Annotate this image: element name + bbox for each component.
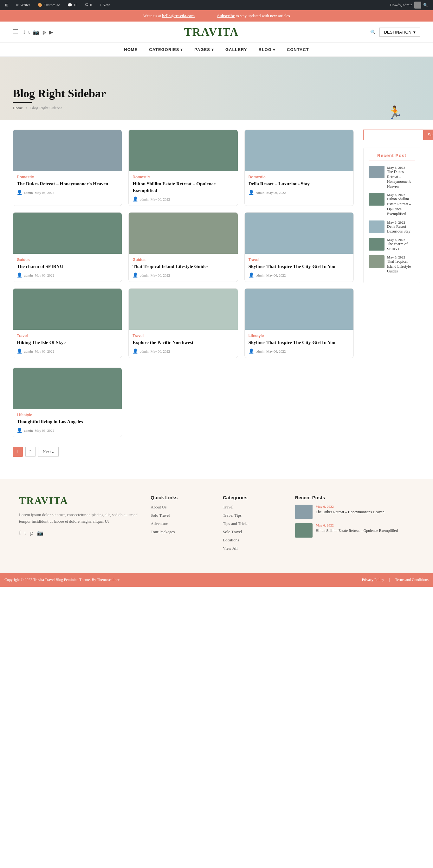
site-logo[interactable]: Travita — [184, 25, 239, 39]
footer-cat-travel-tips[interactable]: Travel Tips — [223, 513, 283, 518]
footer-instagram-icon[interactable]: 📷 — [37, 530, 44, 536]
footer-recent-thumb-2 — [295, 523, 313, 537]
destination-button[interactable]: DESTINATION ▾ — [379, 28, 420, 37]
comments-item[interactable]: 💬 10 — [66, 0, 79, 10]
admin-search-icon[interactable]: 🔍 — [423, 3, 428, 8]
footer-recent-item-1[interactable]: May 6, 2022 The Dukes Retreat – Honeymoo… — [295, 505, 414, 519]
footer-cat-tips-tricks[interactable]: Tips and Tricks — [223, 521, 283, 526]
footer-categories-list: Travel Travel Tips Tips and Tricks Solo … — [223, 505, 283, 551]
nav-blog[interactable]: BLOG ▾ — [259, 47, 276, 52]
footer-cat-view-all[interactable]: View All — [223, 546, 283, 551]
banner-email[interactable]: hello@travtia.com — [162, 13, 195, 18]
main-content: Domestic The Dukes Retreat – Honeymooner… — [0, 120, 433, 479]
card-2-meta: 👤 admin May 06, 2022 — [133, 196, 234, 202]
sidebar-search-button[interactable]: Search — [423, 130, 433, 140]
card-1-category: Domestic — [17, 175, 118, 179]
footer-recent-item-2[interactable]: May 6, 2022 Hilton Shillim Estate Retrea… — [295, 523, 414, 537]
card-5-date: May 06, 2022 — [150, 273, 170, 277]
facebook-icon[interactable]: f — [24, 29, 25, 35]
footer-categories-col: Categories Travel Travel Tips Tips and T… — [223, 495, 283, 554]
footer-recent-col: Recent Posts May 6, 2022 The Dukes Retre… — [295, 495, 414, 554]
howdy-item: Howdy, admin 🔍 — [388, 0, 430, 10]
blog-card-3[interactable]: Domestic Della Resort – Luxurious Stay 👤… — [244, 130, 354, 206]
pages-chevron-icon: ▾ — [211, 47, 214, 52]
footer-link-tour-packages[interactable]: Tour Packages — [150, 529, 210, 534]
card-1-avatar-icon: 👤 — [17, 190, 22, 195]
page-2-button[interactable]: 2 — [25, 447, 35, 457]
writer-item[interactable]: ✏ Writer — [14, 0, 32, 10]
page-next-button[interactable]: Next » — [38, 447, 59, 457]
card-6-meta: 👤 admin May 06, 2022 — [249, 273, 350, 278]
recent-info-2: May 6, 2022 Hilton Shillim Estate Retrea… — [387, 193, 415, 216]
recent-item-2[interactable]: May 6, 2022 Hilton Shillim Estate Retrea… — [369, 193, 415, 216]
card-10-date: May 06, 2022 — [35, 429, 54, 432]
banner-subscribe[interactable]: Subscribe — [218, 13, 235, 18]
footer-divider: | — [389, 578, 390, 582]
footer-terms-link[interactable]: Terms and Conditions — [395, 578, 429, 582]
site-header: ☰ f t 📷 𝕡 ▶ Travita 🔍 DESTINATION ▾ — [0, 22, 433, 43]
blog-card-8[interactable]: Travel Explore the Pacific Northwest 👤 a… — [128, 288, 238, 358]
card-10-author: admin — [24, 429, 33, 432]
instagram-icon[interactable]: 📷 — [33, 29, 39, 35]
footer-twitter-icon[interactable]: t — [24, 530, 26, 536]
footer-brand-col: Travita Lorem ipsum dolor sit amet, cons… — [19, 495, 138, 554]
customize-item[interactable]: 🎨 Customize — [36, 0, 62, 10]
footer-bottom: Copyright © 2022 Travita Travel Blog Fem… — [0, 573, 433, 587]
nav-contact[interactable]: CONTACT — [287, 47, 309, 52]
footer-facebook-icon[interactable]: f — [19, 530, 21, 536]
card-8-date: May 06, 2022 — [150, 349, 170, 353]
nav-gallery[interactable]: GALLERY — [225, 47, 247, 52]
card-10-category: Lifestyle — [17, 413, 118, 417]
recent-title-2: Hilton Shillim Estate Retreat – Opulence… — [387, 197, 415, 216]
youtube-icon[interactable]: ▶ — [49, 29, 53, 35]
blog-card-2[interactable]: Domestic Hilton Shillim Estate Retreat –… — [128, 130, 238, 206]
footer-privacy-link[interactable]: Privacy Policy — [362, 578, 384, 582]
recent-item-5[interactable]: May 6, 2022 That Tropical Island Lifesty… — [369, 255, 415, 274]
wp-icon[interactable]: ⊞ — [3, 0, 10, 10]
hamburger-icon[interactable]: ☰ — [13, 28, 19, 36]
recent-thumb-3 — [369, 220, 384, 233]
footer-recent-info-1: May 6, 2022 The Dukes Retreat – Honeymoo… — [316, 505, 384, 519]
page-1-button[interactable]: 1 — [13, 447, 23, 457]
footer-link-adventure[interactable]: Adventure — [150, 521, 210, 526]
twitter-icon[interactable]: t — [28, 29, 29, 35]
recent-info-3: May 6, 2022 Della Resort – Luxurious Sta… — [387, 220, 415, 234]
card-2-avatar-icon: 👤 — [133, 196, 138, 202]
footer-link-about[interactable]: About Us — [150, 505, 210, 510]
card-7-title: Hiking The Isle Of Skye — [17, 339, 118, 346]
page-hero-content: Blog Right Sidebar Home > Blog Right Sid… — [0, 77, 119, 120]
header-search-icon[interactable]: 🔍 — [370, 29, 376, 35]
recent-item-3[interactable]: May 6, 2022 Della Resort – Luxurious Sta… — [369, 220, 415, 234]
blog-card-1[interactable]: Domestic The Dukes Retreat – Honeymooner… — [13, 130, 122, 206]
breadcrumb-separator: > — [25, 105, 28, 111]
new-item[interactable]: + New — [98, 0, 112, 10]
footer-pinterest-icon[interactable]: 𝕡 — [30, 530, 33, 536]
recent-date-5: May 6, 2022 — [387, 255, 415, 259]
blog-card-4[interactable]: Guides The charm of SEIRYU 👤 admin May 0… — [13, 212, 122, 282]
blog-card-10[interactable]: Lifestyle Thoughtful living in Los Angel… — [13, 368, 122, 437]
blog-card-6[interactable]: Travel Skylines That Inspire The City-Gi… — [244, 212, 354, 282]
nav-categories[interactable]: CATEGORIES ▾ — [149, 47, 183, 52]
blog-card-7[interactable]: Travel Hiking The Isle Of Skye 👤 admin M… — [13, 288, 122, 358]
card-6-avatar-icon: 👤 — [249, 273, 254, 278]
blog-card-9[interactable]: Lifestyle Skylines That Inspire The City… — [244, 288, 354, 358]
card-3-author: admin — [256, 191, 265, 194]
comment-count-item[interactable]: 🗨 0 — [83, 0, 94, 10]
footer-recent-post-title-1: The Dukes Retreat – Honeymooner's Heaven — [316, 509, 384, 515]
nav-pages[interactable]: PAGES ▾ — [194, 47, 214, 52]
nav-home[interactable]: HOME — [124, 47, 138, 52]
footer-cat-travel[interactable]: Travel — [223, 505, 283, 510]
footer-categories-title: Categories — [223, 495, 283, 500]
blog-grid-row4: Lifestyle Thoughtful living in Los Angel… — [13, 368, 354, 437]
breadcrumb-home[interactable]: Home — [13, 105, 23, 111]
card-7-meta: 👤 admin May 06, 2022 — [17, 348, 118, 354]
card-3-avatar-icon: 👤 — [249, 190, 254, 195]
recent-item-4[interactable]: May 6, 2022 The charm of SEIRYU — [369, 238, 415, 251]
blog-card-5[interactable]: Guides That Tropical Island Lifestyle Gu… — [128, 212, 238, 282]
footer-cat-locations[interactable]: Locations — [223, 537, 283, 542]
pinterest-icon[interactable]: 𝕡 — [42, 29, 46, 35]
recent-item-1[interactable]: May 6, 2022 The Dukes Retreat – Honeymoo… — [369, 166, 415, 189]
sidebar-search-input[interactable] — [363, 130, 423, 140]
footer-cat-solo-travel[interactable]: Solo Travel — [223, 529, 283, 534]
footer-link-solo-travel[interactable]: Solo Travel — [150, 513, 210, 518]
